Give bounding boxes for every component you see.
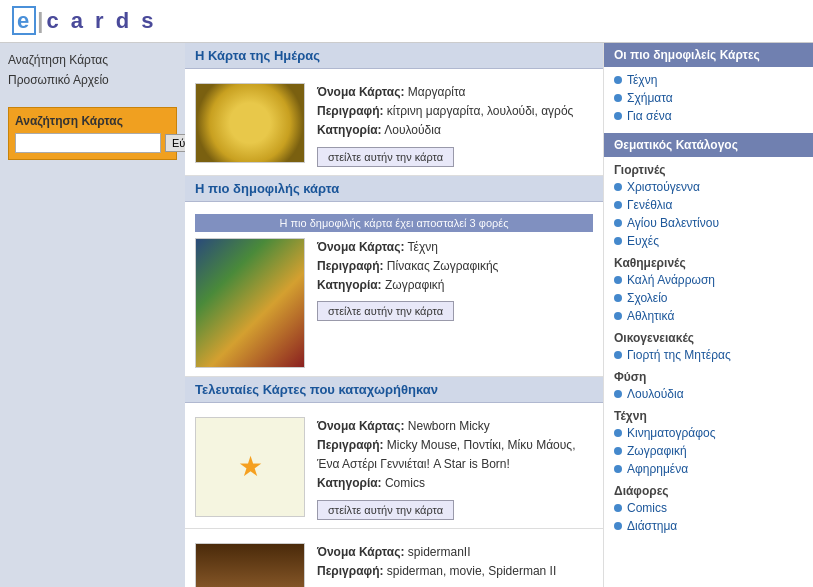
send-card2-button[interactable]: στείλτε αυτήν την κάρτα bbox=[317, 301, 454, 321]
mickey-image bbox=[196, 418, 304, 516]
latest-card1-section: Όνομα Κάρτας: Newborn Micky Περιγραφή: M… bbox=[185, 403, 603, 529]
lc2-name-value: spidermanII bbox=[408, 545, 471, 559]
name-value: Μαργαρίτα bbox=[408, 85, 466, 99]
catalog-group-diafores: Διάφορες Comics Διάστημα bbox=[614, 484, 803, 533]
catalog-link-agvalentinou[interactable]: Αγίου Βαλεντίνου bbox=[614, 216, 803, 230]
bullet-athlitika bbox=[614, 312, 622, 320]
latest-card1-row: Όνομα Κάρτας: Newborn Micky Περιγραφή: M… bbox=[195, 417, 593, 520]
lc2-desc-label: Περιγραφή: bbox=[317, 564, 384, 578]
latest-card2-section: Όνομα Κάρτας: spidermanII Περιγραφή: spi… bbox=[185, 529, 603, 587]
sidebar-link-archive[interactable]: Προσωπικό Αρχείο bbox=[8, 73, 177, 87]
popular-card-image bbox=[195, 238, 305, 368]
pop-name-value: Τέχνη bbox=[408, 240, 438, 254]
search-box-title: Αναζήτηση Κάρτας bbox=[15, 114, 170, 128]
catalog-link-athlitika[interactable]: Αθλητικά bbox=[614, 309, 803, 323]
bullet-kinimatografos bbox=[614, 429, 622, 437]
lc1-desc-label: Περιγραφή: bbox=[317, 438, 384, 452]
popular-card-info: Όνομα Κάρτας: Τέχνη Περιγραφή: Πίνακας Ζ… bbox=[317, 238, 593, 322]
lc1-cat-label: Κατηγορία: bbox=[317, 476, 382, 490]
bullet-agvalentinou bbox=[614, 219, 622, 227]
section3-title-link[interactable]: Τελευταίες Κάρτες που καταχωρήθηκαν bbox=[195, 382, 438, 397]
pop-name-label: Όνομα Κάρτας: bbox=[317, 240, 404, 254]
bullet-comics bbox=[614, 504, 622, 512]
lc2-name-label: Όνομα Κάρτας: bbox=[317, 545, 404, 559]
popular-link-3-label: Για σένα bbox=[627, 109, 672, 123]
popular-link-techni[interactable]: Τέχνη bbox=[614, 73, 803, 87]
bullet-efxes bbox=[614, 237, 622, 245]
right-sidebar: Οι πιο δημοφιλείς Κάρτες Τέχνη Σχήματα Γ… bbox=[603, 43, 813, 587]
catalog-link-giortimiteras[interactable]: Γιορτή της Μητέρας bbox=[614, 348, 803, 362]
lc1-name-value: Newborn Micky bbox=[408, 419, 490, 433]
bullet-louloudia bbox=[614, 390, 622, 398]
cat-value: Λουλούδια bbox=[384, 123, 441, 137]
section2-header: Η πιο δημοφιλής κάρτα bbox=[185, 176, 603, 202]
catalog-link-genethlia[interactable]: Γενέθλια bbox=[614, 198, 803, 212]
popular-section-header: Οι πιο δημοφιλείς Κάρτες bbox=[604, 43, 813, 67]
pop-cat-label: Κατηγορία: bbox=[317, 278, 382, 292]
lc1-name-label: Όνομα Κάρτας: bbox=[317, 419, 404, 433]
catalog-group-kathimerines: Καθημερινές Καλή Ανάρρωση Σχολείο Αθλητι… bbox=[614, 256, 803, 323]
catalog-link-comics[interactable]: Comics bbox=[614, 501, 803, 515]
desc-label: Περιγραφή: bbox=[317, 104, 384, 118]
bullet-icon-1 bbox=[614, 76, 622, 84]
pop-desc-value: Πίνακας Ζωγραφικής bbox=[387, 259, 499, 273]
popular-link-sximata[interactable]: Σχήματα bbox=[614, 91, 803, 105]
catalog-link-kalianarrosi[interactable]: Καλή Ανάρρωση bbox=[614, 273, 803, 287]
popular-card-row: Όνομα Κάρτας: Τέχνη Περιγραφή: Πίνακας Ζ… bbox=[195, 238, 593, 368]
bullet-giortimiteras bbox=[614, 351, 622, 359]
name-label: Όνομα Κάρτας: bbox=[317, 85, 404, 99]
catalog-section-content: Γιορτινές Χριστούγεννα Γενέθλια Αγίου Βα… bbox=[604, 157, 813, 547]
bullet-diastima bbox=[614, 522, 622, 530]
latest-card2-info: Όνομα Κάρτας: spidermanII Περιγραφή: spi… bbox=[317, 543, 593, 581]
section1-title-link[interactable]: Η Κάρτα της Ημέρας bbox=[195, 48, 320, 63]
latest-card2-image bbox=[195, 543, 305, 587]
catalog-link-louloudia[interactable]: Λουλούδια bbox=[614, 387, 803, 401]
bullet-icon-3 bbox=[614, 112, 622, 120]
catalog-link-efxes[interactable]: Ευχές bbox=[614, 234, 803, 248]
catalog-link-afirrimena[interactable]: Αφηρημένα bbox=[614, 462, 803, 476]
latest-card2-row: Όνομα Κάρτας: spidermanII Περιγραφή: spi… bbox=[195, 543, 593, 587]
catalog-group-kathimerines-title: Καθημερινές bbox=[614, 256, 803, 270]
main-layout: Αναζήτηση Κάρτας Προσωπικό Αρχείο Αναζήτ… bbox=[0, 43, 813, 587]
catalog-link-diastima[interactable]: Διάστημα bbox=[614, 519, 803, 533]
popular-link-giasena[interactable]: Για σένα bbox=[614, 109, 803, 123]
lc1-cat-value: Comics bbox=[385, 476, 425, 490]
art-image bbox=[196, 239, 304, 367]
logo-cards: c a r d s bbox=[46, 8, 156, 33]
header: e|c a r d s bbox=[0, 0, 813, 43]
bullet-kalianarrosi bbox=[614, 276, 622, 284]
search-row: Εύρεση bbox=[15, 133, 170, 153]
catalog-link-sxoleio[interactable]: Σχολείο bbox=[614, 291, 803, 305]
search-box: Αναζήτηση Κάρτας Εύρεση bbox=[8, 107, 177, 160]
catalog-group-oikogeneiakes-title: Οικογενειακές bbox=[614, 331, 803, 345]
center-content: Η Κάρτα της Ημέρας Όνομα Κάρτας: Μαργαρί… bbox=[185, 43, 603, 587]
catalog-link-zografiki[interactable]: Ζωγραφική bbox=[614, 444, 803, 458]
pop-desc-label: Περιγραφή: bbox=[317, 259, 384, 273]
catalog-group-fysi: Φύση Λουλούδια bbox=[614, 370, 803, 401]
card-of-day-info: Όνομα Κάρτας: Μαργαρίτα Περιγραφή: κίτρι… bbox=[317, 83, 593, 167]
catalog-link-kinimatografos[interactable]: Κινηματογράφος bbox=[614, 426, 803, 440]
desc-value: κίτρινη μαργαρίτα, λουλούδι, αγρός bbox=[387, 104, 574, 118]
send-card1-button[interactable]: στείλτε αυτήν την κάρτα bbox=[317, 147, 454, 167]
popular-card-section: Η πιο δημοφιλής κάρτα έχει αποσταλεί 3 φ… bbox=[185, 202, 603, 377]
catalog-group-oikogeneiakes: Οικογενειακές Γιορτή της Μητέρας bbox=[614, 331, 803, 362]
send-card3-button[interactable]: στείλτε αυτήν την κάρτα bbox=[317, 500, 454, 520]
catalog-group-fysi-title: Φύση bbox=[614, 370, 803, 384]
cat-label: Κατηγορία: bbox=[317, 123, 382, 137]
bullet-sxoleio bbox=[614, 294, 622, 302]
popular-banner: Η πιο δημοφιλής κάρτα έχει αποσταλεί 3 φ… bbox=[195, 214, 593, 232]
catalog-link-xristougenna[interactable]: Χριστούγεννα bbox=[614, 180, 803, 194]
latest-card1-info: Όνομα Κάρτας: Newborn Micky Περιγραφή: M… bbox=[317, 417, 593, 520]
lc2-desc-value: spiderman, movie, Spiderman II bbox=[387, 564, 556, 578]
catalog-group-texni: Τέχνη Κινηματογράφος Ζωγραφική Αφηρημένα bbox=[614, 409, 803, 476]
pop-cat-value: Ζωγραφική bbox=[385, 278, 445, 292]
sidebar-link-search[interactable]: Αναζήτηση Κάρτας bbox=[8, 53, 177, 67]
left-sidebar: Αναζήτηση Κάρτας Προσωπικό Αρχείο Αναζήτ… bbox=[0, 43, 185, 587]
flower-image bbox=[196, 84, 304, 162]
section3-header: Τελευταίες Κάρτες που καταχωρήθηκαν bbox=[185, 377, 603, 403]
bullet-afirrimena bbox=[614, 465, 622, 473]
popular-link-1-label: Τέχνη bbox=[627, 73, 657, 87]
section2-title-link[interactable]: Η πιο δημοφιλής κάρτα bbox=[195, 181, 339, 196]
section1-header: Η Κάρτα της Ημέρας bbox=[185, 43, 603, 69]
search-input[interactable] bbox=[15, 133, 161, 153]
